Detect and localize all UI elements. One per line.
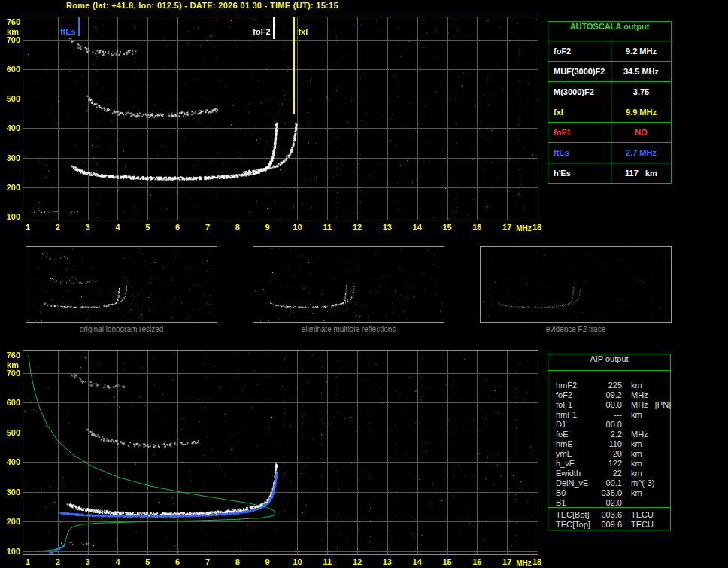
autoscala-row: MUF(3000)F234.5 MHz [548,61,671,81]
aip-row-label: ymE [556,449,572,459]
autoscala-row-value: NO [611,123,671,142]
aip-row: B0035.0km [548,488,706,498]
aip-row: Ewidth22km [548,469,706,478]
autoscala-row-value: 2.7 MHz [611,143,671,163]
x-tick-label: 3 [80,223,96,232]
autoscala-row-label: fxI [548,102,611,122]
aip-row: foE2.2MHz [548,430,706,439]
x-tick-label: 15 [439,557,456,566]
aip-row-unit: TECU [631,510,654,520]
x-tick-label: 12 [349,223,366,232]
aip-row-value: 003.6 [586,510,622,520]
x-tick-label: 3 [80,557,96,566]
aip-row: foF100.0MHz [PN] [548,400,706,410]
autoscala-row-value: 9.2 MHz [611,41,671,61]
autoscala-row: ftEs2.7 MHz [548,142,671,163]
aip-row-unit: MHz [PN] [631,400,671,410]
aip-row-label: hmF1 [556,410,577,420]
x-tick-label: 1 [20,557,36,566]
autoscala-row-label: ftEs [548,143,611,163]
aip-row: hmF1---km [548,410,706,420]
autoscala-row-value: 9.9 MHz [611,102,671,122]
thumbnail-caption-eliminate-multiples: eliminate multiple reflections [253,325,444,333]
x-tick-label: 11 [319,223,335,232]
x-tick-label: 14 [409,223,426,232]
aip-tec-row: TEC[Top]009.6TECU [548,520,706,530]
x-tick-label: 17 [499,557,515,566]
aip-row-unit: km [631,381,642,390]
aip-tec-divider [548,507,670,508]
top-ionogram-canvas [23,17,538,220]
aip-tec-row: TEC[Bot]003.6TECU [548,510,706,520]
x-tick-label: 9 [259,557,276,566]
aip-row-label: h_vE [556,459,575,469]
aip-output-panel: AIP output hmF2225kmfoF209.2MHzfoF100.0M… [548,354,671,530]
x-tick-label: 14 [409,557,426,566]
aip-row-value: 2.2 [586,430,622,439]
thumbnail-multiple-reflections-removed [253,246,444,323]
aip-row: h_vE122km [548,459,706,469]
y-tick-label: 400 [0,123,20,132]
autoscala-row-label: foF1 [548,123,611,142]
aip-row-label: DelN_vE [556,478,588,488]
x-tick-label: 12 [349,557,366,566]
aip-row-unit: MHz [631,390,648,400]
autoscala-row-label: M(3000)F2 [548,82,611,102]
aip-row: foF209.2MHz [548,390,706,400]
aip-row-label: Ewidth [556,469,581,478]
aip-row-value: 20 [586,449,622,459]
aip-row-value: 09.2 [586,390,622,400]
y-tick-label: 600 [0,398,20,407]
marker-label-fxi: fxI [298,27,329,36]
x-axis-unit: MHz [516,559,532,567]
autoscala-row-label: MUF(3000)F2 [548,62,611,81]
x-tick-label: 10 [289,557,305,566]
x-tick-label: 13 [379,223,396,232]
x-tick-label: 5 [139,223,156,232]
autoscala-row: foF1NO [548,122,671,142]
thumbnail-original-ionogram [26,246,217,323]
x-tick-label: 16 [469,223,485,232]
autoscala-output-rows: foF29.2 MHzMUF(3000)F234.5 MHzM(3000)F23… [548,41,671,183]
y-tick-label: 300 [0,153,20,163]
thumbnail-evidence-f2-trace [480,246,672,323]
y-tick-label: 760 [0,17,20,26]
x-tick-label: 6 [169,557,186,566]
y-tick-label: 300 [0,488,20,497]
x-tick-label: 2 [50,557,66,566]
x-tick-label: 5 [139,557,156,566]
x-tick-label: 17 [499,223,515,232]
y-tick-label: 500 [0,428,20,437]
x-tick-label: 13 [379,557,396,566]
autoscala-row: M(3000)F23.75 [548,81,671,102]
thumbnail-caption-evidence-f2: evidence F2 trace [480,325,672,333]
aip-row-unit: km [631,449,642,459]
aip-row-label: hmE [556,439,573,449]
x-tick-label: 10 [289,223,305,232]
y-tick-label: 100 [0,547,20,556]
aip-row-unit: km [631,410,642,420]
aip-row-unit: km [631,469,642,478]
y-tick-label: 400 [0,457,20,466]
x-tick-label: 8 [229,223,246,232]
aip-row-value: 00.0 [586,420,622,430]
aip-row: DelN_vE00.1m^(-3) [548,478,706,488]
x-tick-label: 4 [109,557,126,566]
aip-row-value: 122 [586,459,622,469]
aip-row-value: 22 [586,469,622,478]
aip-row-unit: MHz [631,430,648,439]
x-tick-label: 4 [109,223,126,232]
aip-row-label: foF1 [556,400,572,410]
autoscala-output-title: AUTOSCALA output [548,22,671,41]
x-tick-label: 9 [259,223,276,232]
aip-row-unit: km [631,488,642,498]
autoscala-row-value: 117 km [611,163,671,183]
thumbnail-caption-original: original ionogram resized [26,325,217,333]
autoscala-row-label: foF2 [548,41,611,61]
aip-row: ymE20km [548,449,706,459]
x-tick-label: 15 [439,223,456,232]
aip-row-label: hmF2 [556,381,577,390]
x-tick-label: 11 [319,557,335,566]
aip-row-value: 035.0 [586,488,622,498]
y-tick-label: 200 [0,183,20,192]
